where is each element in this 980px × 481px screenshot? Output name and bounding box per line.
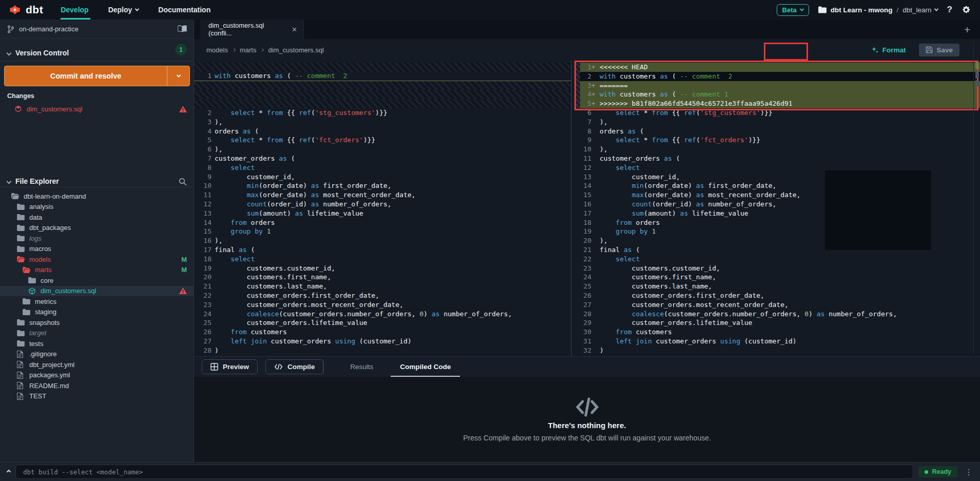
left-code-line[interactable]: 16),	[194, 236, 571, 245]
branch-selector[interactable]: on-demand-practice	[0, 20, 194, 39]
left-code-line[interactable]: 25 customer_orders.lifetime_value	[194, 318, 571, 328]
right-code-line[interactable]: 5+>>>>>>> b81f802a66fd544504c65721e3ffaa…	[574, 99, 980, 108]
right-code-line[interactable]: 23 customers.customer_id,	[574, 264, 980, 273]
save-button[interactable]: Save	[919, 44, 959, 56]
kebab-menu-icon[interactable]: ⋮	[963, 467, 975, 477]
right-code-line[interactable]: 4+with customers as ( -- comment 1	[574, 90, 980, 99]
tree-item-tests[interactable]: tests	[0, 338, 194, 349]
tab-compiled-code[interactable]: Compiled Code	[398, 358, 453, 376]
right-code-line[interactable]: 30 from customers	[574, 328, 980, 337]
right-code-line[interactable]: 25 customers.last_name,	[574, 282, 980, 291]
left-code-line[interactable]: 9 customer_id,	[194, 172, 571, 182]
preview-button[interactable]: Preview	[202, 359, 258, 374]
breadcrumb-models[interactable]: models	[206, 46, 228, 54]
left-code-line[interactable]: 10 min(order_date) as first_order_date,	[194, 181, 571, 190]
right-code-line[interactable]: 8orders as (	[574, 127, 980, 136]
scrollbar-track[interactable]	[973, 41, 974, 354]
breadcrumb-marts[interactable]: marts	[240, 46, 257, 54]
left-code-line[interactable]: 11 max(order_date) as most_recent_order_…	[194, 190, 571, 200]
left-code-line[interactable]: 12 count(order_id) as number_of_orders,	[194, 200, 571, 209]
nav-develop[interactable]: Develop	[61, 6, 88, 14]
account-switcher[interactable]: dbt Learn - mwong / dbt_learn	[818, 6, 938, 14]
breadcrumb-file[interactable]: dim_customers.sql	[268, 46, 323, 54]
changed-file-row[interactable]: dim_customers.sql	[0, 103, 194, 115]
tree-item-staging[interactable]: staging	[0, 307, 194, 318]
close-icon[interactable]: ✕	[292, 26, 297, 33]
left-code-line[interactable]: 1with customers as ( -- comment 2	[194, 72, 571, 81]
right-code-line[interactable]: 29 customer_orders.lifetime_value	[574, 318, 980, 328]
search-icon[interactable]	[179, 178, 187, 186]
right-code-line[interactable]: 31 left join customer_orders using (cust…	[574, 337, 980, 346]
tree-item-dbt-project-yml[interactable]: dbt_project.yml	[0, 359, 194, 370]
left-code-line[interactable]: 17final as (	[194, 245, 571, 255]
left-code-line[interactable]: 22 customer_orders.first_order_date,	[194, 291, 571, 300]
left-code-line[interactable]: 15 group by 1	[194, 227, 571, 236]
tree-item-analysis[interactable]: analysis	[0, 202, 194, 213]
left-code-line[interactable]: 18 select	[194, 255, 571, 264]
right-code-line[interactable]: 11customer_orders as (	[574, 154, 980, 163]
project-dropdown[interactable]: dbt_learn	[902, 6, 937, 14]
chevron-up-icon[interactable]	[7, 470, 11, 474]
tree-item-data[interactable]: data	[0, 212, 194, 223]
tree-item-snapshots[interactable]: snapshots	[0, 317, 194, 328]
left-code-line[interactable]: 28)	[194, 346, 571, 355]
right-code-line[interactable]: 27 customer_orders.most_recent_order_dat…	[574, 300, 980, 310]
docs-book-icon[interactable]	[178, 25, 187, 33]
command-input[interactable]	[15, 465, 913, 479]
left-code-line[interactable]: 20 customers.first_name,	[194, 273, 571, 282]
right-code-line[interactable]: 32)	[574, 346, 980, 355]
left-code-line[interactable]: 2 select * from {{ ref('stg_customers')}…	[194, 108, 571, 118]
right-code-line[interactable]: 6 select * from {{ ref('stg_customers')}…	[574, 108, 980, 118]
commit-button-dropdown[interactable]	[167, 66, 189, 86]
left-code-line[interactable]: 21 customers.last_name,	[194, 282, 571, 291]
left-code-line[interactable]: 26 from customers	[194, 328, 571, 337]
tab-results[interactable]: Results	[348, 358, 375, 376]
commit-and-resolve-button[interactable]: Commit and resolve	[4, 66, 190, 86]
help-button[interactable]: ?	[947, 5, 952, 15]
left-code-line[interactable]: 13 sum(amount) as lifetime_value	[194, 209, 571, 218]
nav-documentation[interactable]: Documentation	[158, 6, 210, 14]
tree-item-macros[interactable]: macros	[0, 244, 194, 255]
format-button[interactable]: Format	[871, 46, 906, 54]
left-code-line[interactable]: 6),	[194, 145, 571, 154]
tree-item-readme-md[interactable]: README.md	[0, 380, 194, 391]
left-code-line[interactable]: 8 select	[194, 163, 571, 172]
tree-item-test[interactable]: TEST	[0, 391, 194, 402]
tree-item-metrics[interactable]: metrics	[0, 296, 194, 307]
left-code-line[interactable]: 7customer_orders as (	[194, 154, 571, 163]
new-tab-button[interactable]: +	[964, 24, 970, 36]
left-code-line[interactable]: 3),	[194, 118, 571, 127]
tree-item-dbt-packages[interactable]: dbt_packages	[0, 223, 194, 234]
tree-item-models[interactable]: modelsM	[0, 254, 194, 265]
left-code-line[interactable]: 14 from orders	[194, 218, 571, 227]
right-code-line[interactable]: 3+=======	[574, 81, 980, 90]
tree-item-target[interactable]: target	[0, 328, 194, 339]
right-code-line[interactable]: 1+<<<<<<< HEAD	[574, 63, 980, 72]
gear-icon[interactable]	[962, 5, 971, 14]
tree-item--gitignore[interactable]: .gitignore	[0, 349, 194, 360]
right-code-line[interactable]: 28 coalesce(customer_orders.number_of_or…	[574, 310, 980, 319]
left-code-line[interactable]: 4orders as (	[194, 127, 571, 136]
right-code-line[interactable]: 24 customers.first_name,	[574, 273, 980, 282]
left-code-line[interactable]	[194, 81, 571, 90]
dbt-logo[interactable]: dbt	[8, 3, 43, 16]
left-code-line[interactable]: 23 customer_orders.most_recent_order_dat…	[194, 300, 571, 310]
editor-pane-left[interactable]: 1with customers as ( -- comment 22 selec…	[194, 61, 571, 356]
pane-divider[interactable]	[571, 61, 572, 356]
left-code-line[interactable]	[194, 99, 571, 108]
tree-item-logs[interactable]: logs	[0, 233, 194, 244]
right-code-line[interactable]: 22 select	[574, 255, 980, 264]
tree-item-core[interactable]: core	[0, 275, 194, 286]
compile-button[interactable]: Compile	[265, 359, 323, 374]
beta-dropdown[interactable]: Beta	[777, 4, 809, 16]
tree-item-dbt-learn-on-demand[interactable]: dbt-learn-on-demand	[0, 191, 194, 202]
right-code-line[interactable]: 10),	[574, 145, 980, 154]
left-code-line[interactable]	[194, 63, 571, 72]
right-code-line[interactable]: 7),	[574, 118, 980, 127]
tree-item-packages-yml[interactable]: packages.yml	[0, 370, 194, 381]
right-code-line[interactable]: 2with customers as ( -- comment 2	[574, 72, 980, 81]
tree-item-dim-customers-sql[interactable]: dim_customers.sql	[0, 286, 194, 297]
nav-deploy[interactable]: Deploy	[108, 6, 139, 14]
right-code-line[interactable]: 9 select * from {{ ref('fct_orders')}}	[574, 136, 980, 145]
left-code-line[interactable]: 24 coalesce(customer_orders.number_of_or…	[194, 310, 571, 319]
